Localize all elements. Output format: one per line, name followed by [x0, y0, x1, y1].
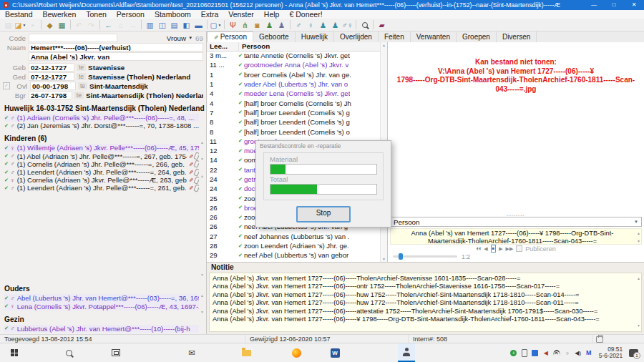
menu-stamboom[interactable]: Stamboom: [150, 10, 196, 19]
parent-row[interactable]: ✔ ♀ Lena (Cornelis 's) Jkvr. Potappel***…: [4, 303, 199, 310]
materiaal-button[interactable]: ▦ ▼: [56, 19, 68, 30]
death-checkbox[interactable]: ✓: [3, 82, 10, 89]
scroll-down-icon[interactable]: ▼: [637, 322, 640, 330]
scroll-down-icon[interactable]: ▼: [637, 238, 640, 245]
persoonsgegevens-button[interactable]: ◙ ▼: [251, 19, 263, 30]
baptism-place[interactable]: Stavenisse (Tholen) Nederland: [88, 73, 190, 81]
back-button[interactable]: ← ▼: [102, 19, 114, 30]
tray-update-button[interactable]: ○: [564, 349, 571, 356]
scroll-up-icon[interactable]: ▲: [637, 275, 640, 283]
relation-row[interactable]: 7 ✔ [half] broer Leendert (Cornelis 's) …: [207, 108, 381, 117]
firefox-button[interactable]: [288, 344, 305, 361]
partners-button[interactable]: ♂♀ ▼: [341, 19, 353, 30]
save-button[interactable]: ▪ ▼: [26, 19, 39, 30]
scroll-down-icon[interactable]: ▼: [200, 273, 204, 277]
menu-bestand[interactable]: Bestand: [0, 10, 38, 19]
menu-extra[interactable]: Extra: [196, 10, 224, 19]
tray-device-button[interactable]: [521, 349, 528, 356]
tray-m-app-button[interactable]: M: [585, 349, 592, 356]
child-row[interactable]: ✔ ♂ (1) Abel (Adriaen 's) Jhr. Pelle@***…: [4, 152, 199, 160]
parenteel-button[interactable]: ⋔ ▼: [239, 19, 251, 30]
tab-huwelijk[interactable]: ✎ Huwelijk: [296, 31, 334, 42]
menu-help[interactable]: Help: [259, 10, 285, 19]
minimize-button[interactable]: —: [584, 0, 604, 10]
forward-button[interactable]: → ▼: [127, 19, 139, 30]
previous-media-button[interactable]: ◀: [484, 245, 487, 252]
venster-layout-button[interactable]: ▢ ▼: [210, 19, 222, 30]
taskbar-clock[interactable]: 09:51 5-6-2021: [596, 346, 625, 359]
zoom-slider[interactable]: [393, 255, 457, 258]
task-view-button[interactable]: [107, 344, 125, 361]
burial-place[interactable]: Sint-Maartensdijk (Tholen) Nederland: [86, 92, 203, 99]
marriage-row[interactable]: ✔ ♂ (1) Adriaen (Cornelis 's) Jhr. Pelle…: [4, 114, 199, 122]
view-lijst-button[interactable]: ▤ ▼: [168, 19, 180, 30]
tab-persoon[interactable]: ✎ Persoon: [207, 31, 253, 42]
gezin-button[interactable]: ♟ ▼: [263, 19, 275, 30]
menu-persoon[interactable]: Persoon: [112, 10, 150, 19]
notitie-textarea[interactable]: Anna (Abel 's) Jkvr. van Hemert 1727----…: [209, 273, 642, 332]
tab-geboorte[interactable]: ✎ Geboorte: [253, 31, 296, 42]
birth-date-input[interactable]: 02-12-1727: [29, 63, 74, 72]
menu-doneer[interactable]: € Doneer!: [284, 10, 327, 19]
stop-media-button[interactable]: ■: [491, 245, 497, 253]
man-button[interactable]: ♂ ▼: [293, 19, 305, 30]
tab-diversen[interactable]: ✎ Diversen: [497, 31, 537, 42]
open-file-button[interactable]: ◪ ▼: [14, 19, 26, 30]
first-media-button[interactable]: ⏴⏴: [476, 245, 481, 252]
media-filename[interactable]: Anna (Abel 's) van Hemert 1727-----(06)-…: [390, 228, 642, 245]
family-row[interactable]: ✔ ♂ Lubbertus (Abel 's) Jhr. van Hemert@…: [4, 325, 199, 333]
media-type-select[interactable]: Persoon ▼: [390, 217, 642, 227]
relation-row[interactable]: 3 m... ✔ tante Annetie (Cornelis 's) Jkv…: [207, 51, 381, 60]
tab-overlijden[interactable]: ✎ Overlijden: [334, 31, 379, 42]
backup-button[interactable]: ◆ ▼: [44, 19, 56, 30]
gum-button[interactable]: ▰ ▼: [376, 19, 388, 30]
birth-place[interactable]: Stavenisse: [88, 64, 125, 72]
tab-feiten[interactable]: ✎ Feiten: [379, 31, 411, 42]
scroll-up-icon[interactable]: ▲: [200, 294, 204, 298]
relation-row[interactable]: 27 ✔ neef Johannes (Lubbertus 's) van .: [207, 232, 381, 241]
child-row[interactable]: ✔ ♂ (1) Cornelis (Adriaen 's) Jhr. Pelle…: [4, 160, 199, 168]
tab-groepen[interactable]: ✎ Groepen: [457, 31, 497, 42]
surname-input[interactable]: Hemert***-----(06)-----(verhuist): [29, 43, 203, 52]
column-persoon[interactable]: Persoon: [239, 42, 387, 51]
close-button[interactable]: ✕: [624, 0, 644, 10]
groepen-button[interactable]: ♟ ▼: [275, 19, 288, 30]
tray-app-button[interactable]: [532, 349, 539, 356]
relation-row[interactable]: 11 ... ✔ grootmoeder Anna (Abel 's) Jkvr…: [207, 60, 381, 69]
publiceren-checkbox[interactable]: [516, 245, 522, 252]
view-gezinsblad-button[interactable]: ◫ ▼: [156, 19, 168, 30]
relation-row[interactable]: 4 ✔ moeder Lena (Cornelis 's) Jkvr. get: [207, 89, 381, 98]
baptism-date-input[interactable]: 07-12-1727: [29, 72, 74, 81]
relation-row[interactable]: 1 ✔ broer Cornelis (Abel 's) Jhr. van ge…: [207, 70, 381, 79]
kinderen-button[interactable]: ♟ ▼: [329, 19, 341, 30]
relation-row[interactable]: 4 ✔ [half] broer Cornelis (Cornelis 's) …: [207, 98, 381, 107]
tray-health-button[interactable]: +: [510, 349, 517, 356]
ouders-button[interactable]: ♟ ▼: [317, 19, 329, 30]
death-date-input[interactable]: 00-00-1798: [30, 82, 76, 90]
aldfaer-taskbar-button[interactable]: [398, 343, 415, 362]
scroll-up-icon[interactable]: ▲: [637, 230, 640, 238]
marriage-row[interactable]: ✔ ♂ (2) Jan (Jeremias 's) Jhr. Dorst@***…: [4, 122, 199, 129]
relation-row[interactable]: 8 ✔ [half] broer Leendert (Cornelis 's) …: [207, 117, 381, 127]
mail-app-button[interactable]: ✉: [183, 344, 200, 361]
scroll-down-icon[interactable]: ▼: [200, 310, 204, 314]
last-media-button[interactable]: ▶▶: [506, 245, 514, 252]
tray-volume-button[interactable]: ◀): [575, 349, 582, 356]
child-row[interactable]: ✔ ♂ (1) Leendert (Adriaen 's) Jhr. Pelle…: [4, 168, 199, 176]
child-row[interactable]: ✔ ♀ (1) Willemtje (Adriaen 's) Jkvr. Pel…: [4, 144, 199, 152]
scroll-up-icon[interactable]: ▲: [382, 43, 386, 47]
code-input[interactable]: [29, 34, 117, 42]
stop-button[interactable]: Stop: [296, 206, 351, 222]
notification-center-button[interactable]: 1: [629, 349, 638, 357]
scroll-down-icon[interactable]: ▼: [382, 257, 386, 261]
death-place[interactable]: Sint-Maartensdijk: [89, 82, 148, 90]
view-document-button[interactable]: ◧ ▼: [180, 19, 192, 30]
child-row[interactable]: ✔ ♂ (1) Leendert (Adriaen 's) Jhr. Pelle…: [4, 184, 199, 192]
kwartierstaat-button[interactable]: Ψ ▼: [227, 19, 239, 30]
start-button[interactable]: [6, 344, 23, 361]
parent-row[interactable]: ✔ ♂ Abel (Lubertus 's) Jhr. van Hemert@*…: [4, 294, 199, 302]
menu-venster[interactable]: Venster: [223, 10, 259, 19]
view-venster-button[interactable]: ▬ ▼: [192, 19, 205, 30]
relation-row[interactable]: 28 ✔ zoon Leendert (Adriaen 's) Jhr. ge.: [207, 241, 381, 250]
child-row[interactable]: ✔ ♀ (1) Cornelia (Adriaen 's) Jkvr. Pell…: [4, 176, 199, 184]
